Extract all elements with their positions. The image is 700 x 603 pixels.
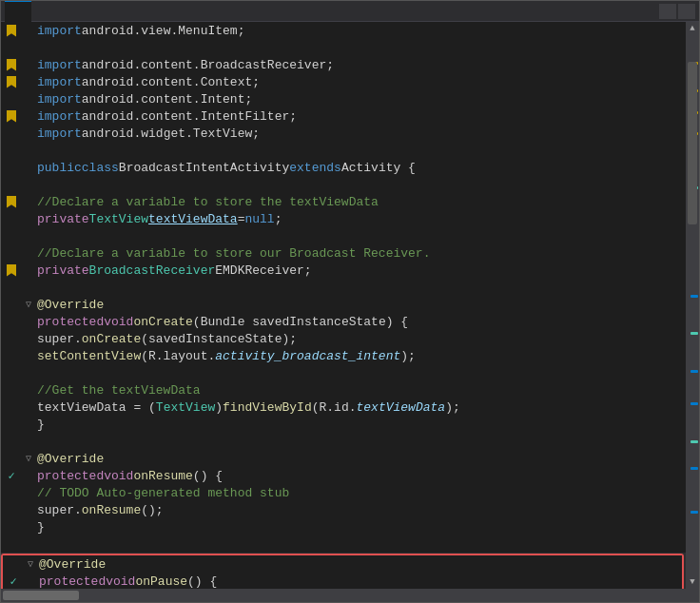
code-line (1, 433, 686, 450)
code-line: import android.view.MenuItem; (1, 22, 686, 39)
code-line: textViewData = (TextView) findViewById(R… (1, 399, 686, 416)
code-line (1, 227, 686, 244)
scroll-track[interactable] (686, 35, 699, 575)
editor-tab[interactable] (5, 1, 31, 22)
gutter-icon-cell (1, 25, 22, 37)
gutter-icon-cell (1, 76, 22, 88)
editor-window: import android.view.MenuItem; import and… (0, 0, 700, 603)
code-cell: import android.widget.TextView; (35, 126, 686, 141)
code-line (1, 176, 686, 193)
fold-cell: ▽ (22, 453, 35, 464)
fold-triangle-icon[interactable]: ▽ (26, 299, 31, 310)
scroll-marker (690, 511, 698, 514)
scroll-marker (690, 295, 698, 298)
bookmark-icon (7, 25, 16, 37)
code-line: import android.content.IntentFilter; (1, 107, 686, 125)
red-highlight-box: ▽ @Override ✓ protected void onPause() {… (1, 554, 684, 589)
horizontal-scrollbar[interactable] (1, 589, 699, 602)
code-line: public class BroadcastIntentActivity ext… (1, 159, 686, 176)
code-cell: //Declare a variable to store the textVi… (35, 195, 686, 209)
scroll-marker (690, 332, 698, 335)
code-line: ▽ @Override (1, 450, 686, 467)
code-line (1, 279, 686, 296)
scroll-marker (690, 440, 698, 443)
scroll-up-arrow[interactable]: ▲ (686, 22, 699, 35)
fold-cell: ▽ (24, 558, 37, 570)
bookmark-icon (7, 59, 16, 71)
bookmark-icon (7, 264, 16, 277)
check-icon: ✓ (10, 574, 16, 589)
code-cell: super.onCreate(savedInstanceState); (35, 332, 686, 346)
code-cell: @Override (35, 298, 686, 312)
fold-triangle-icon[interactable]: ▽ (28, 558, 33, 570)
bookmark-icon (7, 110, 16, 123)
code-cell: protected void onCreate(Bundle savedInst… (35, 315, 686, 329)
code-line: super.onResume(); (1, 501, 686, 518)
fold-triangle-icon[interactable]: ▽ (26, 453, 31, 464)
gutter-icon-cell (1, 59, 22, 71)
code-line: ▽ @Override (1, 296, 686, 313)
code-line: private BroadcastReceiver EMDKReceiver; (1, 262, 686, 279)
gutter-icon-cell (1, 110, 22, 123)
code-cell: import android.content.Intent; (35, 92, 686, 107)
scroll-marker (690, 402, 698, 405)
code-cell: } (35, 418, 686, 432)
code-cell: @Override (35, 452, 686, 466)
bookmark-icon (7, 76, 16, 88)
code-cell: import android.content.Context; (35, 75, 686, 89)
code-line: import android.content.Intent; (1, 90, 686, 107)
code-line: //Get the textViewData (1, 381, 686, 399)
code-cell: private BroadcastReceiver EMDKReceiver; (35, 263, 686, 278)
gutter-icon-cell: ✓ (1, 469, 22, 483)
code-line: ✓ protected void onResume() { (1, 467, 686, 484)
code-cell: // TODO Auto-generated method stub (35, 486, 686, 500)
code-cell: setContentView(R.layout.activity_broadca… (35, 349, 686, 363)
code-cell: textViewData = (TextView) findViewById(R… (35, 400, 686, 415)
check-icon: ✓ (8, 469, 14, 483)
h-scroll-thumb[interactable] (3, 591, 79, 600)
code-cell: //Declare a variable to store our Broadc… (35, 246, 686, 261)
minimize-button[interactable] (659, 4, 676, 19)
code-line: ✓ protected void onPause() { (3, 573, 682, 589)
code-cell: //Get the textViewData (35, 383, 686, 398)
fold-cell: ▽ (22, 299, 35, 310)
code-line: //Declare a variable to store our Broadc… (1, 244, 686, 262)
lines-container: import android.view.MenuItem; import and… (1, 22, 686, 589)
code-cell: @Override (37, 557, 682, 572)
code-cell: import android.view.MenuItem; (35, 24, 686, 38)
gutter-icon-cell (1, 264, 22, 277)
code-cell: public class BroadcastIntentActivity ext… (35, 161, 686, 175)
code-line: } (1, 518, 686, 535)
code-line: private TextView textViewData = null; (1, 210, 686, 227)
gutter-icon-cell (1, 196, 22, 208)
code-line (1, 39, 686, 56)
code-line: } (1, 416, 686, 433)
code-area: import android.view.MenuItem; import and… (1, 22, 699, 589)
code-line (1, 535, 686, 553)
code-cell: import android.content.BroadcastReceiver… (35, 58, 686, 72)
code-cell: } (35, 520, 686, 535)
vertical-scrollbar[interactable]: ▲ ▼ (686, 22, 699, 589)
code-line: import android.content.Context; (1, 73, 686, 90)
code-cell: protected void onPause() { (37, 574, 682, 589)
code-line: protected void onCreate(Bundle savedInst… (1, 313, 686, 330)
code-cell: super.onResume(); (35, 503, 686, 517)
scroll-marker (690, 467, 698, 470)
restore-button[interactable] (678, 4, 695, 19)
scroll-down-arrow[interactable]: ▼ (686, 575, 699, 589)
bookmark-icon (7, 196, 16, 208)
code-line: import android.widget.TextView; (1, 125, 686, 142)
title-bar (1, 1, 699, 22)
code-line: super.onCreate(savedInstanceState); (1, 330, 686, 347)
code-line: ▽ @Override (3, 555, 682, 573)
code-line (1, 364, 686, 381)
code-line: import android.content.BroadcastReceiver… (1, 56, 686, 73)
scroll-thumb[interactable] (688, 62, 697, 224)
editor-body: import android.view.MenuItem; import and… (1, 22, 699, 602)
code-line: // TODO Auto-generated method stub (1, 484, 686, 501)
code-cell: import android.content.IntentFilter; (35, 109, 686, 124)
gutter-icon-cell: ✓ (3, 574, 24, 589)
code-cell: protected void onResume() { (35, 469, 686, 483)
code-line: //Declare a variable to store the textVi… (1, 193, 686, 210)
code-cell: private TextView textViewData = null; (35, 212, 686, 226)
